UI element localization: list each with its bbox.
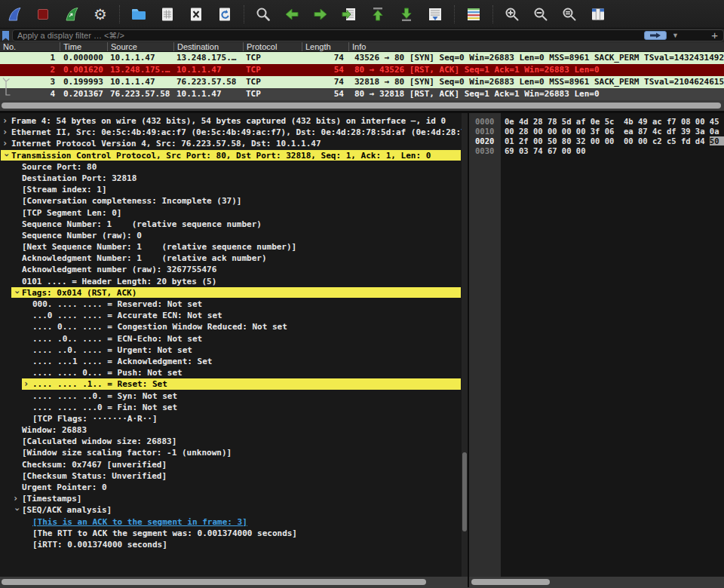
colorize-packets-button[interactable] (464, 5, 483, 24)
detail-line[interactable]: Urgent Pointer: 0 (0, 482, 462, 493)
detail-line[interactable]: .... ...1 .... = Acknowledgment: Set (0, 356, 462, 367)
column-header-info[interactable]: Info (348, 42, 724, 51)
scrollbar-thumb[interactable] (471, 579, 550, 585)
details-hscrollbar[interactable] (0, 577, 468, 587)
detail-line[interactable]: [Stream index: 1] (0, 184, 462, 195)
filter-dropdown-chevron[interactable]: ▼ (672, 31, 679, 40)
detail-line[interactable]: [The RTT to ACK the segment was: 0.00137… (0, 528, 462, 539)
column-header-length[interactable]: Length (302, 42, 348, 51)
detail-line[interactable]: Acknowledgment number (raw): 3267755476 (0, 264, 462, 275)
detail-line[interactable]: Acknowledgment Number: 1 (relative ack n… (0, 253, 462, 264)
detail-line[interactable]: ›[Timestamps] (0, 493, 462, 504)
detail-line[interactable]: 000. .... .... = Reserved: Not set (0, 299, 462, 310)
chevron-right-icon[interactable]: › (2, 115, 10, 127)
detail-line[interactable]: Checksum: 0x7467 [unverified] (0, 459, 462, 470)
details-vscrollbar[interactable] (462, 113, 468, 577)
reload-file-button[interactable] (215, 5, 235, 24)
hex-bytes[interactable]: 01 2f 00 50 80 32 00 00 00 00 c2 c5 fd d… (501, 136, 724, 146)
chevron-right-icon[interactable]: › (2, 127, 10, 138)
detail-line[interactable]: Source Port: 80 (0, 161, 462, 173)
last-packet-button[interactable] (397, 5, 416, 24)
detail-line[interactable]: [Next Sequence Number: 1 (relative seque… (0, 241, 462, 253)
resize-columns-button[interactable] (588, 5, 608, 24)
detail-line[interactable]: ›.... .... .1.. = Reset: Set (0, 378, 462, 390)
column-header-destination[interactable]: Destination (173, 42, 243, 51)
detail-line[interactable]: .... 0... .... = Congestion Window Reduc… (0, 321, 462, 332)
detail-line[interactable]: ›Ethernet II, Src: 0e:5c:4b:49:ac:f7 (0e… (0, 127, 462, 138)
chevron-right-icon[interactable]: › (23, 378, 31, 390)
detail-line[interactable]: [TCP Flags: ·······A·R··] (0, 413, 462, 424)
column-header-time[interactable]: Time (60, 42, 107, 51)
packet-row-2[interactable]: 20.00162013.248.175.…10.1.1.47TCP5480 → … (0, 64, 724, 76)
packet-list-hscrollbar[interactable] (0, 100, 724, 111)
capture-options-button[interactable]: ⚙ (90, 5, 110, 24)
detail-line[interactable]: [iRTT: 0.001374000 seconds] (0, 539, 462, 550)
hex-bytes-selected[interactable]: 50 14 (710, 136, 724, 145)
find-packet-button[interactable] (253, 5, 273, 24)
filter-bookmark-icon[interactable] (2, 30, 10, 41)
scrollbar-thumb[interactable] (2, 103, 721, 109)
chevron-down-icon[interactable]: › (1, 152, 12, 160)
zoom-reset-button[interactable] (560, 5, 579, 24)
hex-row[interactable]: 003069 03 74 67 00 00 (469, 146, 724, 156)
detail-line[interactable]: 0101 .... = Header Length: 20 bytes (5) (0, 276, 462, 287)
packet-row-1[interactable]: 10.00000010.1.1.4713.248.175.…TCP7443526… (0, 52, 724, 64)
hex-bytes[interactable]: 0e 4d 28 78 5d af 0e 5c 4b 49 ac f7 08 0… (501, 117, 724, 127)
stop-capture-button[interactable] (33, 5, 53, 24)
hex-bytes[interactable]: 69 03 74 67 00 00 (501, 146, 724, 156)
detail-line[interactable]: [TCP Segment Len: 0] (0, 207, 462, 219)
packet-row-3[interactable]: 30.19999310.1.1.4776.223.57.58TCP7432818… (0, 76, 724, 88)
detail-line[interactable]: [Window size scaling factor: -1 (unknown… (0, 447, 462, 458)
detail-line[interactable]: ›Frame 4: 54 bytes on wire (432 bits), 5… (0, 115, 462, 127)
detail-line[interactable]: ›Internet Protocol Version 4, Src: 76.22… (0, 138, 462, 149)
filter-add-button[interactable]: + (711, 29, 718, 42)
detail-line[interactable]: .... ..0. .... = Urgent: Not set (0, 345, 462, 356)
detail-line[interactable]: [Checksum Status: Unverified] (0, 470, 462, 482)
close-file-button[interactable] (186, 5, 206, 24)
detail-line[interactable]: ›Flags: 0x014 (RST, ACK) (0, 287, 462, 299)
open-file-button[interactable] (129, 5, 149, 24)
detail-line[interactable]: Window: 26883 (0, 424, 462, 436)
hex-bytes[interactable]: 00 28 00 00 00 00 3f 06 ea 87 4c df 39 3… (501, 127, 724, 136)
detail-line[interactable]: Sequence Number: 1 (relative sequence nu… (0, 219, 462, 230)
chevron-down-icon[interactable]: › (11, 289, 23, 297)
start-capture-button[interactable] (5, 5, 24, 24)
detail-line[interactable]: [Calculated window size: 26883] (0, 436, 462, 447)
detail-line[interactable]: ›Transmission Control Protocol, Src Port… (0, 150, 462, 161)
filter-apply-button[interactable] (644, 31, 667, 40)
detail-link[interactable]: [This is an ACK to the segment in frame:… (32, 517, 247, 527)
column-header-source[interactable]: Source (107, 42, 173, 51)
zoom-in-button[interactable] (502, 5, 522, 24)
bytes-hscrollbar[interactable] (469, 577, 724, 587)
chevron-down-icon[interactable]: › (11, 507, 23, 514)
first-packet-button[interactable] (368, 5, 388, 24)
detail-line[interactable]: Destination Port: 32818 (0, 173, 462, 184)
detail-line[interactable]: ...0 .... .... = Accurate ECN: Not set (0, 310, 462, 321)
detail-line[interactable]: ›[SEQ/ACK analysis] (0, 504, 462, 516)
scrollbar-thumb[interactable] (462, 452, 467, 531)
restart-capture-button[interactable] (62, 5, 81, 24)
next-packet-button[interactable] (311, 5, 330, 24)
detail-line[interactable]: [This is an ACK to the segment in frame:… (0, 516, 462, 528)
detail-line[interactable]: [Conversation completeness: Incomplete (… (0, 195, 462, 207)
detail-line[interactable]: .... .... ...0 = Fin: Not set (0, 402, 462, 413)
hex-row[interactable]: 001000 28 00 00 00 00 3f 06 ea 87 4c df … (469, 127, 724, 136)
go-to-packet-button[interactable] (339, 5, 359, 24)
detail-line[interactable]: .... .0.. .... = ECN-Echo: Not set (0, 333, 462, 345)
save-file-button[interactable] (158, 5, 177, 24)
column-header-no[interactable]: No. (0, 42, 60, 51)
detail-line[interactable]: .... .... ..0. = Syn: Not set (0, 390, 462, 402)
auto-scroll-button[interactable] (425, 5, 445, 24)
previous-packet-button[interactable] (282, 5, 302, 24)
scrollbar-thumb[interactable] (2, 579, 426, 585)
column-header-protocol[interactable]: Protocol (243, 42, 302, 51)
display-filter-input[interactable] (12, 29, 724, 41)
zoom-out-button[interactable] (531, 5, 551, 24)
hex-row[interactable]: 00000e 4d 28 78 5d af 0e 5c 4b 49 ac f7 … (469, 117, 724, 127)
packet-row-4[interactable]: 40.20136776.223.57.5810.1.1.47TCP5480 → … (0, 88, 724, 100)
hex-row[interactable]: 002001 2f 00 50 80 32 00 00 00 00 c2 c5 … (469, 136, 724, 146)
detail-line[interactable]: Sequence Number (raw): 0 (0, 230, 462, 241)
chevron-right-icon[interactable]: › (13, 493, 20, 504)
detail-line[interactable]: .... .... 0... = Push: Not set (0, 367, 462, 378)
chevron-right-icon[interactable]: › (2, 138, 10, 149)
